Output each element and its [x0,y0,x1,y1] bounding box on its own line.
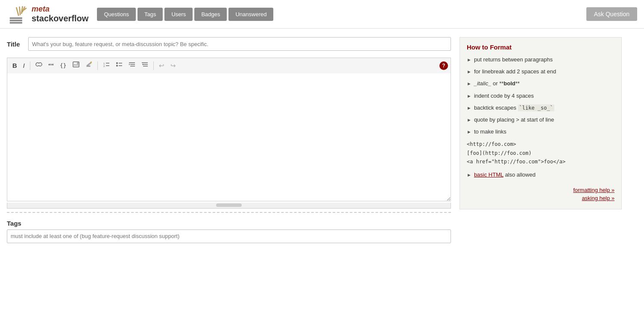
format-item-3: ► indent code by 4 spaces [467,92,615,100]
asking-help-link[interactable]: asking help » [467,195,615,201]
main-nav: Questions Tags Users Badges Unanswered [97,8,586,21]
logo[interactable]: meta stackoverflow [7,3,88,25]
ol-icon: 1. 2. [103,61,110,67]
sidebar: How to Format ► put returns between para… [460,37,622,243]
format-item-6: ► to make links [467,128,615,136]
editor-scrollbar[interactable] [7,203,451,209]
code-button[interactable]: {} [57,61,69,71]
scrollbar-thumb [216,203,242,207]
ask-question-button[interactable]: Ask Question [586,7,637,21]
edit-button[interactable] [83,60,95,72]
logo-meta: meta [32,5,88,14]
bold-button[interactable]: B [10,60,20,71]
formatting-help-link[interactable]: formatting help » [467,187,615,193]
link-icon [35,61,42,68]
blockquote-button[interactable]: ““ [46,61,56,71]
indent-icon [129,61,135,67]
svg-point-22 [116,62,118,64]
image-button[interactable] [70,60,82,71]
basic-html-link[interactable]: basic HTML [474,171,503,178]
undo-button[interactable]: ↩ [156,60,167,71]
content-area: Title B I ““ {} [7,37,451,243]
main-content: Title B I ““ {} [0,29,644,252]
format-text-3: indent code by 4 spaces [474,92,615,100]
how-to-format-panel: How to Format ► put returns between para… [460,37,622,209]
format-item-5: ► quote by placing > at start of line [467,116,615,124]
format-item-0: ► put returns between paragraphs [467,56,615,64]
nav-unanswered[interactable]: Unanswered [228,8,273,21]
separator-2 [97,61,98,70]
format-text-5: quote by placing > at start of line [474,116,615,124]
arrow-icon-6: ► [467,129,471,135]
arrow-icon-7: ► [467,172,471,178]
how-to-format-title: How to Format [467,44,615,51]
nav-users[interactable]: Users [164,8,193,21]
outdent-button[interactable] [139,60,151,71]
logo-stackoverflow: stackoverflow [32,14,88,23]
format-item-basic-html: ► basic HTML also allowed [467,171,615,179]
svg-rect-2 [10,22,22,24]
format-text-basic-html: basic HTML also allowed [474,171,615,179]
title-label: Title [7,41,24,48]
tags-label: Tags [7,220,451,227]
format-text-6: to make links [474,128,615,136]
svg-line-5 [21,6,23,14]
arrow-icon-0: ► [467,57,471,63]
separator-3 [153,61,154,70]
separator-1 [30,61,30,70]
arrow-icon-3: ► [467,93,471,99]
format-text-1: for linebreak add 2 spaces at end [474,68,615,76]
sidebar-footer: formatting help » asking help » [467,183,615,201]
format-text-0: put returns between paragraphs [474,56,615,64]
tags-section: Tags [7,220,451,243]
link-button[interactable] [33,60,45,72]
svg-text:2.: 2. [103,65,105,67]
svg-rect-1 [10,20,22,21]
tags-input[interactable] [7,229,451,243]
svg-point-13 [77,62,79,64]
nav-badges[interactable]: Badges [194,8,227,21]
svg-line-3 [16,7,18,16]
nav-questions[interactable]: Questions [97,8,136,21]
format-text-2: _italic_ or **bold** [474,80,615,87]
resize-handle[interactable] [7,212,451,213]
svg-marker-33 [142,64,143,65]
ul-button[interactable] [113,60,125,71]
format-links-block: <http://foo.com> [foo](http://foo.com) <… [467,140,615,166]
indent-button[interactable] [126,60,138,71]
title-input[interactable] [28,37,451,51]
svg-point-23 [116,65,118,67]
format-item-2: ► _italic_ or **bold** [467,80,615,87]
arrow-icon-4: ► [467,105,471,111]
editor-toolbar: B I ““ {} [7,58,451,73]
ol-button[interactable]: 1. 2. [100,60,112,71]
logo-icon [7,3,28,25]
edit-icon [85,61,92,68]
arrow-icon-1: ► [467,69,471,75]
italic-button[interactable]: I [20,60,27,71]
outdent-icon [141,61,148,67]
nav-tags[interactable]: Tags [138,8,163,21]
format-item-1: ► for linebreak add 2 spaces at end [467,68,615,76]
svg-rect-0 [10,17,22,19]
redo-button[interactable]: ↪ [168,60,179,71]
format-item-4: ► backtick escapes `like _so_` [467,104,615,112]
svg-line-4 [20,6,20,15]
header: meta stackoverflow Questions Tags Users … [0,0,644,29]
ul-icon [116,61,123,67]
editor-textarea[interactable] [7,73,451,201]
svg-rect-10 [38,64,40,65]
logo-text: meta stackoverflow [32,5,88,23]
arrow-icon-2: ► [467,81,471,87]
image-icon [73,61,79,67]
svg-marker-29 [129,64,130,65]
arrow-icon-5: ► [467,117,471,123]
help-button[interactable]: ? [439,61,448,70]
format-text-4: backtick escapes `like _so_` [474,104,615,112]
title-field-row: Title [7,37,451,51]
